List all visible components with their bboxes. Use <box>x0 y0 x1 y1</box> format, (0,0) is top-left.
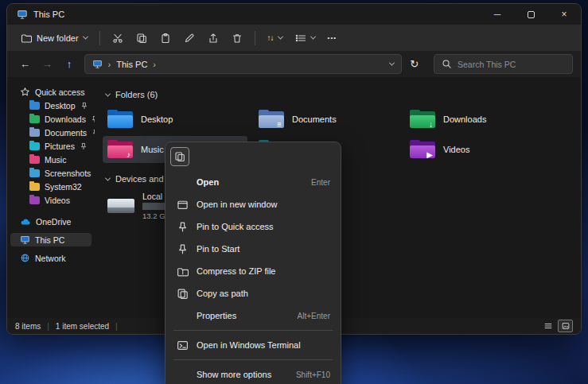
maximize-button[interactable] <box>514 4 547 25</box>
documents-folder-icon <box>29 129 40 137</box>
sidebar-item-label: Pictures <box>45 142 75 151</box>
new-folder-icon <box>21 33 32 44</box>
back-button[interactable]: ← <box>15 54 35 74</box>
sidebar-item-label: Desktop <box>45 101 76 111</box>
minimize-icon: ─ <box>494 9 501 20</box>
breadcrumb-location[interactable]: This PC <box>116 60 147 69</box>
sidebar-item-screenshots[interactable]: Screenshots <box>10 166 92 180</box>
share-button[interactable] <box>202 28 224 48</box>
chevron-down-icon <box>83 34 88 40</box>
sidebar-item-label: System32 <box>45 182 82 192</box>
sidebar-item-pictures[interactable]: Pictures <box>10 139 92 153</box>
navigation-bar: ← → ↑ › This PC › ↻ <box>7 51 581 77</box>
copy-button[interactable] <box>130 28 153 48</box>
delete-button[interactable] <box>226 28 248 48</box>
sidebar-item-label: Downloads <box>45 114 86 124</box>
folder-tile-desktop[interactable]: Desktop <box>103 106 247 133</box>
status-divider: | <box>115 322 118 331</box>
up-button[interactable]: ↑ <box>60 54 80 74</box>
details-view-button[interactable] <box>540 320 555 332</box>
forward-button[interactable]: → <box>37 54 57 74</box>
folder-tile-documents[interactable]: ≡ Documents <box>254 106 399 133</box>
sidebar-item-label: Videos <box>45 196 70 205</box>
sidebar-item-music[interactable]: Music <box>10 153 92 166</box>
sidebar-item-desktop[interactable]: Desktop <box>10 99 92 112</box>
address-dropdown-icon[interactable] <box>389 60 395 66</box>
cut-button[interactable] <box>107 28 129 48</box>
menu-divider <box>173 330 333 331</box>
sidebar-item-system32[interactable]: System32 <box>10 180 92 193</box>
back-icon: ← <box>20 58 30 70</box>
sidebar-item-documents[interactable]: Documents <box>10 126 92 139</box>
search-box[interactable] <box>434 54 573 74</box>
desktop-folder-icon <box>107 109 133 130</box>
refresh-button[interactable]: ↻ <box>404 54 424 74</box>
breadcrumb-chevron-icon: › <box>108 60 111 69</box>
downloads-folder-icon <box>29 115 40 123</box>
menu-item-compress-to-zip[interactable]: Compress to ZIP file <box>169 260 337 282</box>
context-menu-iconbar <box>169 145 337 171</box>
rename-button[interactable] <box>178 28 201 48</box>
this-pc-icon <box>20 235 30 245</box>
toolbar-divider <box>99 31 100 45</box>
breadcrumb-chevron-icon[interactable]: › <box>153 60 156 69</box>
menu-item-open[interactable]: Open Enter <box>169 171 337 193</box>
pin-icon <box>176 243 189 255</box>
menu-item-pin-to-start[interactable]: Pin to Start <box>169 238 337 260</box>
pin-icon <box>80 102 88 110</box>
titlebar[interactable]: This PC ─ × <box>7 4 581 25</box>
pin-icon <box>176 221 189 233</box>
sidebar-item-downloads[interactable]: Downloads <box>10 112 92 126</box>
view-button[interactable] <box>290 28 321 48</box>
maximize-icon <box>528 11 535 18</box>
folders-group-label: Folders (6) <box>115 90 158 99</box>
menu-item-open-in-new-window[interactable]: Open in new window <box>169 193 337 215</box>
sidebar-item-onedrive[interactable]: OneDrive <box>10 215 92 228</box>
sidebar-item-videos[interactable]: Videos <box>10 193 92 207</box>
onedrive-cloud-icon <box>20 216 31 227</box>
window-controls: ─ × <box>481 4 581 25</box>
context-menu: Open Enter Open in new window Pin to Qui… <box>165 142 341 384</box>
menu-item-open-in-windows-terminal[interactable]: Open in Windows Terminal <box>169 334 337 356</box>
folder-tile-videos[interactable]: ▶ Videos <box>405 136 550 163</box>
menu-item-pin-to-quick-access[interactable]: Pin to Quick access <box>169 215 337 238</box>
folder-tile-downloads[interactable]: ↓ Downloads <box>405 106 550 133</box>
paste-button[interactable] <box>154 28 177 48</box>
menu-item-copy-as-path[interactable]: Copy as path <box>169 282 337 304</box>
music-folder-icon: ♪ <box>107 139 133 160</box>
selection-count: 1 item selected <box>56 322 109 331</box>
search-input[interactable] <box>458 60 565 69</box>
sidebar-item-quick-access[interactable]: Quick access <box>10 85 92 99</box>
collapse-chevron-icon <box>105 175 111 180</box>
sidebar-item-this-pc[interactable]: This PC <box>10 233 92 246</box>
menu-item-show-more-options[interactable]: Show more options Shift+F10 <box>169 363 337 384</box>
toolbar-divider <box>255 31 255 45</box>
status-divider: | <box>47 322 49 331</box>
sort-button[interactable]: ↑↓ <box>262 28 288 48</box>
menu-item-properties[interactable]: Properties Alt+Enter <box>169 304 337 327</box>
sidebar-item-label: Network <box>35 254 66 263</box>
system32-folder-icon <box>29 183 40 191</box>
close-button[interactable]: × <box>547 4 581 25</box>
music-folder-icon <box>29 156 40 164</box>
folders-group-header[interactable]: Folders (6) <box>106 88 581 101</box>
more-options-button[interactable]: ••• <box>322 28 342 48</box>
thumbnail-view-button[interactable] <box>558 320 573 332</box>
new-folder-button[interactable]: New folder <box>15 28 93 48</box>
sidebar-item-network[interactable]: Network <box>10 251 92 265</box>
copy-path-icon <box>176 288 189 300</box>
downloads-folder-icon: ↓ <box>410 109 435 130</box>
folder-name: Videos <box>443 145 469 154</box>
copy-button[interactable] <box>170 147 189 166</box>
quick-access-star-icon <box>20 87 30 97</box>
this-pc-icon <box>92 59 103 69</box>
sidebar-item-label: Music <box>45 155 66 165</box>
videos-folder-icon: ▶ <box>410 139 435 160</box>
videos-folder-icon <box>29 196 40 204</box>
details-view-icon <box>543 321 553 331</box>
address-bar[interactable]: › This PC › <box>84 54 403 74</box>
screenshots-folder-icon <box>29 169 40 177</box>
delete-icon <box>232 33 243 44</box>
minimize-button[interactable]: ─ <box>481 4 514 25</box>
window-title: This PC <box>33 10 64 19</box>
